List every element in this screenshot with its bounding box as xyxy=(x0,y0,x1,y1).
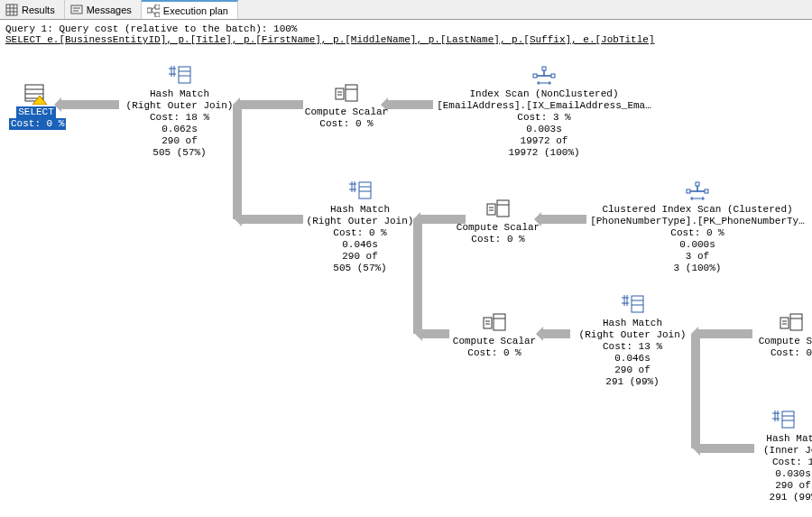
node-title: Hash Match xyxy=(150,88,209,99)
svg-rect-44 xyxy=(494,314,505,330)
node-cost: Cost: 18 % xyxy=(150,112,209,123)
arrow xyxy=(388,100,433,109)
svg-rect-34 xyxy=(497,200,509,217)
svg-line-11 xyxy=(152,6,155,10)
node-hash-match-1[interactable]: Hash Match (Right Outer Join) Cost: 18 %… xyxy=(121,65,238,159)
node-time: 0.003s xyxy=(526,124,562,134)
arrow xyxy=(61,100,119,109)
node-compute-scalar-1[interactable]: Compute Scalar Cost: 0 % xyxy=(301,83,392,130)
execution-plan-canvas[interactable]: SELECT Cost: 0 % Hash Match (Right Outer… xyxy=(0,47,812,517)
arrow xyxy=(543,329,570,338)
index-scan-icon xyxy=(531,65,557,87)
node-total: 505 (57%) xyxy=(333,263,386,273)
node-rows: 290 of xyxy=(161,135,198,146)
node-total: 19972 (100%) xyxy=(508,147,579,158)
svg-rect-46 xyxy=(484,318,492,328)
node-title: Hash Match xyxy=(603,318,662,328)
node-title: SELECT xyxy=(16,106,56,118)
node-time: 0.046s xyxy=(342,239,378,250)
tab-messages[interactable]: Messages xyxy=(65,0,142,19)
node-title: Compute Sca xyxy=(759,336,812,346)
tabs-bar: Results Messages Execution plan xyxy=(0,0,812,20)
svg-rect-42 xyxy=(705,189,708,193)
node-clustered-index-scan[interactable]: Clustered Index Scan (Clustered) [PhoneN… xyxy=(585,180,810,274)
node-compute-scalar-4[interactable]: Compute Sca Cost: 0 xyxy=(751,312,812,359)
query-sql-line: SELECT e.[BusinessEntityID], p.[Title], … xyxy=(5,34,807,45)
node-title: Hash Matc xyxy=(766,433,812,444)
node-compute-scalar-3[interactable]: Compute Scalar Cost: 0 % xyxy=(449,312,540,359)
tab-label: Results xyxy=(22,5,55,15)
node-cost: Cost: 0 % xyxy=(471,234,524,245)
node-rows: 290 of xyxy=(775,480,811,491)
flow-line xyxy=(691,334,700,448)
compute-scalar-icon xyxy=(779,312,804,334)
node-time: 0.000s xyxy=(679,239,715,250)
node-rows: 19972 of xyxy=(521,135,568,146)
node-title: Index Scan (NonClustered) xyxy=(469,88,618,99)
node-total: 291 (99%) xyxy=(605,376,659,387)
svg-rect-36 xyxy=(487,204,495,215)
tab-results[interactable]: Results xyxy=(0,0,65,19)
node-index-scan[interactable]: Index Scan (NonClustered) [EmailAddress]… xyxy=(431,65,657,159)
node-cost: Cost: 1 xyxy=(772,457,812,467)
svg-rect-18 xyxy=(179,67,190,83)
node-rows: 290 of xyxy=(342,251,378,262)
tab-execution-plan[interactable]: Execution plan xyxy=(142,0,238,19)
node-title: Compute Scalar xyxy=(457,222,540,233)
node-total: 505 (57%) xyxy=(152,147,206,158)
svg-rect-29 xyxy=(551,74,555,78)
svg-line-12 xyxy=(152,11,155,14)
node-cost: Cost: 0 xyxy=(770,347,812,358)
node-time: 0.062s xyxy=(161,124,198,134)
svg-rect-10 xyxy=(155,13,160,17)
tab-label: Messages xyxy=(87,5,132,15)
tab-label: Execution plan xyxy=(163,5,228,16)
node-time: 0.046s xyxy=(614,353,651,364)
arrow xyxy=(700,444,754,453)
node-title: Clustered Index Scan (Clustered) xyxy=(602,204,792,215)
svg-rect-30 xyxy=(542,67,546,70)
node-join: (Right Outer Join) xyxy=(307,216,414,226)
svg-rect-49 xyxy=(632,296,643,312)
svg-rect-57 xyxy=(782,411,794,428)
compute-scalar-icon xyxy=(485,198,511,220)
node-hash-match-3[interactable]: Hash Match (Right Outer Join) Cost: 13 %… xyxy=(574,294,691,388)
node-hash-match-4[interactable]: Hash Matc (Inner Joi Cost: 1 0.030s 290 … xyxy=(752,410,812,503)
node-obj: [EmailAddress].[IX_EmailAddress_Ema… xyxy=(437,100,651,111)
node-cost: Cost: 13 % xyxy=(603,341,662,352)
compute-scalar-icon xyxy=(334,83,359,105)
query-header: Query 1: Query cost (relative to the bat… xyxy=(0,20,812,47)
grid-icon xyxy=(5,4,18,16)
svg-rect-9 xyxy=(155,5,160,9)
node-hash-match-2[interactable]: Hash Match (Right Outer Join) Cost: 0 % … xyxy=(301,180,419,274)
query-cost-line: Query 1: Query cost (relative to the bat… xyxy=(5,23,807,34)
node-rows: 290 of xyxy=(614,365,651,375)
node-cost: Cost: 0 % xyxy=(9,118,66,130)
svg-rect-31 xyxy=(359,182,371,198)
plan-icon xyxy=(147,5,160,17)
arrow xyxy=(698,329,752,338)
node-cost: Cost: 0 % xyxy=(319,118,373,129)
node-cost: Cost: 0 % xyxy=(467,347,521,358)
hash-match-icon xyxy=(347,180,373,202)
node-title: Hash Match xyxy=(330,204,390,215)
node-select[interactable]: SELECT Cost: 0 % xyxy=(9,83,63,130)
svg-rect-23 xyxy=(336,88,344,99)
hash-match-icon xyxy=(167,65,192,87)
svg-rect-54 xyxy=(780,318,789,328)
node-compute-scalar-2[interactable]: Compute Scalar Cost: 0 % xyxy=(453,198,543,245)
compute-scalar-icon xyxy=(482,312,507,334)
arrow xyxy=(422,329,449,338)
message-icon xyxy=(70,4,83,16)
node-join: (Right Outer Join) xyxy=(579,329,687,340)
node-rows: 3 of xyxy=(686,251,709,262)
table-warning-icon xyxy=(23,83,49,105)
node-time: 0.030s xyxy=(775,468,811,479)
svg-rect-0 xyxy=(6,5,17,15)
node-title: Compute Scalar xyxy=(453,336,536,346)
svg-rect-8 xyxy=(147,8,152,13)
svg-rect-28 xyxy=(533,74,537,78)
svg-rect-5 xyxy=(71,5,82,14)
node-cost: Cost: 3 % xyxy=(517,112,570,123)
node-obj: [PhoneNumberType].[PK_PhoneNumberTy… xyxy=(590,216,805,226)
